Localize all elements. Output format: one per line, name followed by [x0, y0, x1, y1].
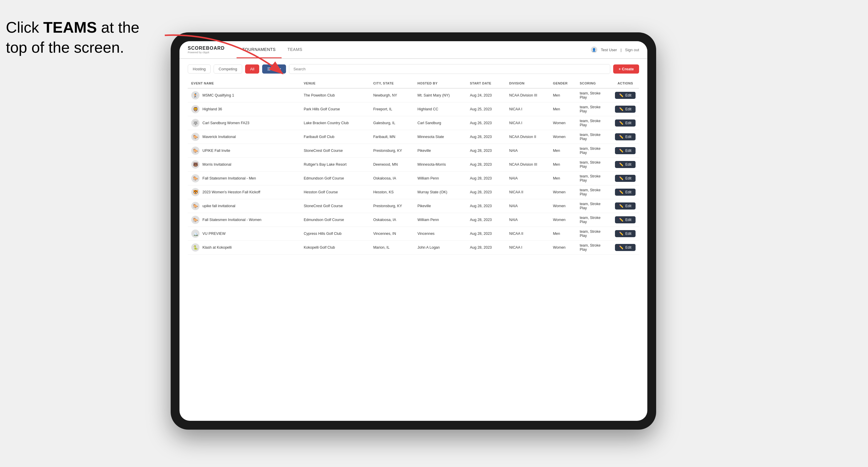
cell-date-9: Aug 28, 2023 [466, 213, 506, 227]
cell-city-6: Oskaloosa, IA [370, 172, 414, 185]
cell-gender-5: Men [549, 158, 576, 172]
team-logo-1: 🦁 [191, 105, 199, 113]
cell-gender-3: Women [549, 130, 576, 144]
cell-scoring-6: team, Stroke Play [576, 172, 612, 185]
cell-event-7: 🐯 2023 Women's Hesston Fall Kickoff [188, 185, 300, 199]
cell-hosted-3: Minnesota State [414, 130, 466, 144]
cell-city-10: Vincennes, IN [370, 227, 414, 241]
event-name-5: Morris Invitational [203, 162, 231, 166]
edit-button-3[interactable]: ✏️ Edit [615, 133, 636, 141]
tab-tournaments[interactable]: TOURNAMENTS [237, 41, 282, 58]
event-name-10: VU PREVIEW [203, 231, 226, 236]
col-header-date: START DATE [466, 79, 506, 88]
edit-button-10[interactable]: ✏️ Edit [615, 230, 636, 237]
cell-event-1: 🦁 Highland 36 [188, 102, 300, 116]
team-logo-4: 🐎 [191, 147, 199, 155]
cell-scoring-0: team, Stroke Play [576, 88, 612, 102]
col-header-city: CITY, STATE [370, 79, 414, 88]
cell-hosted-4: Pikeville [414, 144, 466, 158]
col-header-venue: VENUE [300, 79, 370, 88]
col-header-gender: GENDER [549, 79, 576, 88]
event-name-0: MSMC Qualifying 1 [203, 93, 234, 97]
nav-separator: | [621, 48, 621, 52]
sign-out-link[interactable]: Sign out [625, 48, 639, 52]
hosting-filter-button[interactable]: Hosting [188, 64, 211, 73]
cell-city-5: Deerwood, MN [370, 158, 414, 172]
cell-hosted-5: Minnesota-Morris [414, 158, 466, 172]
cell-actions-11: ✏️ Edit [612, 241, 639, 254]
col-header-event: EVENT NAME [188, 79, 300, 88]
create-button[interactable]: + Create [613, 64, 639, 73]
cell-date-10: Aug 28, 2023 [466, 227, 506, 241]
edit-button-6[interactable]: ✏️ Edit [615, 175, 636, 182]
edit-button-5[interactable]: ✏️ Edit [615, 161, 636, 168]
edit-button-7[interactable]: ✏️ Edit [615, 189, 636, 196]
cell-scoring-7: team, Stroke Play [576, 185, 612, 199]
cell-event-8: 🐎 upike fall invitational [188, 199, 300, 213]
cell-scoring-4: team, Stroke Play [576, 144, 612, 158]
cell-gender-10: Men [549, 227, 576, 241]
table-row: 🏌️ MSMC Qualifying 1 The Powelton Club N… [188, 88, 639, 102]
cell-hosted-11: John A Logan [414, 241, 466, 254]
table-row: 🐎 Fall Statesmen Invitational - Women Ed… [188, 213, 639, 227]
cell-actions-8: ✏️ Edit [612, 199, 639, 213]
edit-button-11[interactable]: ✏️ Edit [615, 244, 636, 251]
cell-actions-2: ✏️ Edit [612, 116, 639, 130]
cell-date-7: Aug 28, 2023 [466, 185, 506, 199]
cell-division-5: NCAA Division III [505, 158, 549, 172]
cell-city-7: Hesston, KS [370, 185, 414, 199]
cell-division-10: NICAA II [505, 227, 549, 241]
table-row: 🐎 UPIKE Fall Invite StoneCrest Golf Cour… [188, 144, 639, 158]
edit-icon-5: ✏️ [619, 162, 623, 166]
cell-venue-2: Lake Bracken Country Club [300, 116, 370, 130]
cell-gender-9: Women [549, 213, 576, 227]
cell-city-9: Oskaloosa, IA [370, 213, 414, 227]
cell-event-2: 🐺 Carl Sandburg Women FA23 [188, 116, 300, 130]
all-filter-button[interactable]: All [245, 64, 259, 73]
cell-actions-1: ✏️ Edit [612, 102, 639, 116]
cell-gender-8: Women [549, 199, 576, 213]
edit-button-0[interactable]: ✏️ Edit [615, 92, 636, 99]
cell-actions-9: ✏️ Edit [612, 213, 639, 227]
cell-hosted-9: William Penn [414, 213, 466, 227]
cell-division-9: NAIA [505, 213, 549, 227]
cell-scoring-2: team, Stroke Play [576, 116, 612, 130]
competing-filter-button[interactable]: Competing [214, 64, 242, 73]
cell-event-6: 🐎 Fall Statesmen Invitational - Men [188, 172, 300, 185]
table-row: 🐎 Fall Statesmen Invitational - Men Edmu… [188, 172, 639, 185]
cell-actions-4: ✏️ Edit [612, 144, 639, 158]
cell-scoring-8: team, Stroke Play [576, 199, 612, 213]
edit-button-9[interactable]: ✏️ Edit [615, 216, 636, 223]
tab-teams[interactable]: TEAMS [282, 41, 308, 58]
user-name: Test User [601, 48, 617, 52]
table-row: 🦁 Highland 36 Park Hills Golf Course Fre… [188, 102, 639, 116]
instruction-text: Click TEAMS at thetop of the screen. [6, 18, 140, 57]
cell-scoring-11: team, Stroke Play [576, 241, 612, 254]
edit-icon-8: ✏️ [619, 204, 623, 208]
table-header-row: EVENT NAME VENUE CITY, STATE HOSTED BY S… [188, 79, 639, 88]
cell-hosted-10: Vincennes [414, 227, 466, 241]
cell-scoring-10: team, Stroke Play [576, 227, 612, 241]
edit-icon-6: ✏️ [619, 176, 623, 180]
table-row: 🐎 upike fall invitational StoneCrest Gol… [188, 199, 639, 213]
edit-button-2[interactable]: ✏️ Edit [615, 120, 636, 127]
edit-button-4[interactable]: ✏️ Edit [615, 147, 636, 154]
col-header-actions: ACTIONS [612, 79, 639, 88]
cell-venue-11: Kokopelli Golf Club [300, 241, 370, 254]
cell-scoring-3: team, Stroke Play [576, 130, 612, 144]
cell-gender-1: Men [549, 102, 576, 116]
edit-button-1[interactable]: ✏️ Edit [615, 106, 636, 113]
cell-division-7: NICAA II [505, 185, 549, 199]
filter-button[interactable]: ☰ Filter [262, 64, 286, 73]
cell-scoring-5: team, Stroke Play [576, 158, 612, 172]
search-input[interactable] [289, 64, 610, 74]
cell-hosted-7: Murray State (OK) [414, 185, 466, 199]
cell-gender-4: Men [549, 144, 576, 158]
nav-tabs: TOURNAMENTS TEAMS [237, 41, 308, 58]
table-row: 🐻 Morris Invitational Ruttger's Bay Lake… [188, 158, 639, 172]
cell-event-10: 🏔️ VU PREVIEW [188, 227, 300, 241]
cell-hosted-2: Carl Sandburg [414, 116, 466, 130]
cell-date-5: Aug 28, 2023 [466, 158, 506, 172]
team-logo-7: 🐯 [191, 188, 199, 196]
edit-button-8[interactable]: ✏️ Edit [615, 203, 636, 210]
